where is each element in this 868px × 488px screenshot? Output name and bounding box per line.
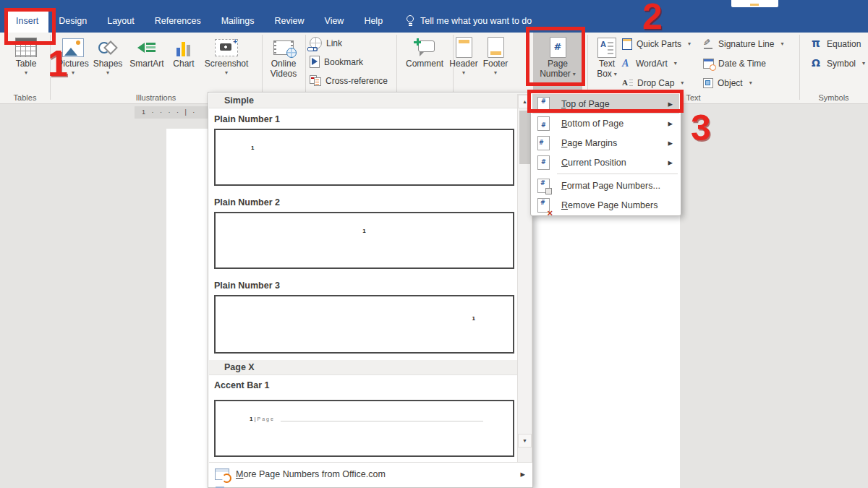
scrollbar-thumb[interactable] [519, 111, 530, 164]
annotation-step-3: 3 [691, 110, 711, 146]
office-com-icon [215, 468, 229, 480]
text-box-button[interactable]: Text Box [590, 35, 624, 79]
tell-me-box[interactable]: Tell me what you want to do [407, 9, 532, 33]
header-icon [456, 37, 472, 58]
gallery-item-accent-bar-1[interactable]: 1|Page [214, 400, 514, 457]
more-page-numbers-item[interactable]: More Page Numbers from Office.com [209, 463, 532, 484]
gallery-item-plain-number-3[interactable]: 1 [214, 295, 514, 354]
pictures-button[interactable]: Pictures [55, 35, 91, 76]
remove-page-numbers-icon [537, 198, 550, 213]
drop-cap-button[interactable]: Drop Cap [622, 77, 684, 89]
chevron-down-icon [25, 69, 27, 76]
titlebar-partial-button[interactable] [731, 0, 778, 7]
current-position-icon [537, 155, 550, 170]
bookmark-icon [310, 56, 320, 68]
gallery-section-page-x: Page X [209, 360, 532, 375]
more-page-numbers-label: More Page Numbers from Office.com [236, 469, 386, 479]
chevron-down-icon [462, 69, 465, 76]
quick-parts-icon [622, 38, 632, 50]
chevron-down-icon [862, 60, 865, 67]
quick-parts-button[interactable]: Quick Parts [622, 38, 691, 50]
chevron-down-icon [681, 80, 684, 86]
screenshot-icon [215, 39, 238, 56]
pictures-icon [62, 38, 84, 57]
table-icon [15, 38, 37, 57]
menu-item-top-of-page[interactable]: Top of Page [532, 94, 679, 114]
page-number-gallery: Simple Plain Number 1 1 Plain Number 2 1… [208, 92, 533, 488]
group-separator [262, 35, 263, 100]
chevron-down-icon [674, 60, 677, 67]
cross-reference-button[interactable]: Cross-reference [310, 74, 388, 87]
smartart-icon [137, 40, 157, 56]
screenshot-button[interactable]: Screenshot [203, 35, 250, 76]
gallery-divider [209, 462, 532, 463]
page-number-icon [550, 37, 566, 58]
page-margins-icon [537, 136, 550, 150]
shapes-icon [98, 40, 118, 56]
shapes-button[interactable]: Shapes [90, 35, 125, 76]
tab-view[interactable]: View [315, 9, 354, 33]
equation-button[interactable]: Equation [812, 38, 861, 50]
group-separator [396, 35, 397, 100]
symbol-button[interactable]: Symbol [812, 57, 865, 69]
menu-item-remove-page-numbers[interactable]: Remove Page Numbers [532, 195, 679, 215]
title-bar: Insert Design Layout References Mailings… [0, 0, 868, 33]
gallery-label-plain-number-2: Plain Number 2 [214, 197, 280, 208]
comment-button[interactable]: Comment [402, 35, 447, 69]
tab-layout[interactable]: Layout [97, 9, 145, 33]
scroll-down-button[interactable] [518, 434, 532, 448]
gallery-item-plain-number-1[interactable]: 1 [214, 129, 514, 186]
chart-button[interactable]: Chart [167, 35, 200, 69]
submenu-arrow-icon [668, 118, 673, 129]
chevron-down-icon [614, 71, 617, 77]
tell-me-label: Tell me what you want to do [420, 16, 532, 26]
wordart-button[interactable]: WordArt [622, 57, 677, 69]
chevron-down-icon [72, 69, 75, 76]
link-icon [310, 37, 322, 49]
online-videos-button[interactable]: Online Videos [263, 35, 304, 79]
chevron-down-icon [106, 69, 109, 76]
tab-help[interactable]: Help [354, 9, 393, 33]
drop-cap-icon [622, 78, 633, 88]
date-time-icon [703, 59, 714, 69]
menu-item-format-page-numbers[interactable]: Format Page Numbers... [532, 176, 679, 195]
object-icon [703, 78, 713, 88]
header-button[interactable]: Header [447, 35, 480, 76]
preview-page-number: 1 [472, 315, 475, 322]
tab-design[interactable]: Design [48, 9, 97, 33]
smartart-button[interactable]: SmartArt [125, 35, 169, 69]
menu-item-bottom-of-page[interactable]: Bottom of Page [532, 114, 679, 133]
menu-item-page-margins[interactable]: Page Margins [532, 133, 679, 153]
format-page-numbers-icon [537, 179, 550, 193]
tab-references[interactable]: References [145, 9, 211, 33]
horizontal-ruler: 1 · · · · | · [135, 106, 208, 119]
chevron-down-icon [780, 40, 783, 47]
tab-mailings[interactable]: Mailings [211, 9, 265, 33]
top-of-page-icon [537, 97, 550, 111]
footer-icon [488, 37, 504, 58]
group-separator [587, 35, 588, 100]
gallery-item-plain-number-2[interactable]: 1 [214, 212, 514, 269]
link-button[interactable]: Link [310, 37, 342, 49]
object-button[interactable]: Object [703, 77, 752, 89]
tab-insert[interactable]: Insert [6, 9, 48, 33]
signature-line-button[interactable]: Signature Line [703, 38, 783, 50]
equation-icon [812, 38, 822, 49]
footer-button[interactable]: Footer [479, 35, 512, 76]
bottom-of-page-icon [537, 116, 550, 131]
bookmark-button[interactable]: Bookmark [310, 56, 363, 68]
table-button[interactable]: Table [7, 35, 45, 76]
group-separator [799, 35, 800, 100]
signature-line-icon [703, 39, 714, 49]
menu-item-current-position[interactable]: Current Position [532, 153, 679, 172]
lightbulb-icon [407, 15, 414, 27]
date-time-button[interactable]: Date & Time [703, 57, 766, 69]
chevron-down-icon [688, 40, 691, 47]
page-number-button[interactable]: Page Number [533, 33, 582, 93]
chevron-down-icon [494, 69, 497, 76]
chevron-down-icon [749, 80, 752, 86]
group-separator [50, 35, 51, 100]
submenu-arrow-icon [668, 98, 673, 109]
tab-review[interactable]: Review [265, 9, 315, 33]
cross-reference-icon [310, 75, 321, 86]
